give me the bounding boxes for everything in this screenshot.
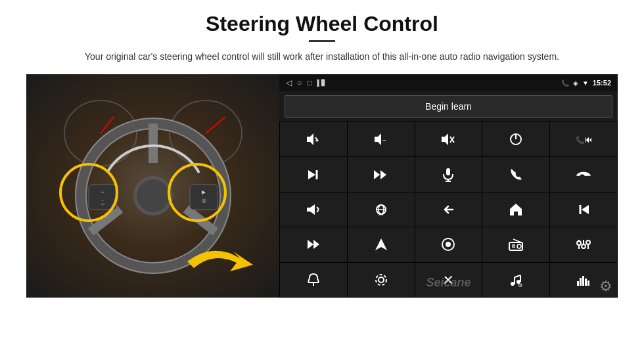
svg-text:−: − (382, 137, 386, 144)
power-button[interactable] (482, 122, 549, 156)
prev-track-button[interactable] (550, 192, 617, 227)
steering-wheel-bg: + - ↩ ▶ ◎ (26, 74, 279, 298)
back-arrow-icon[interactable]: ◁ (286, 78, 292, 87)
title-divider (309, 40, 335, 42)
page-container: Steering Wheel Control Your original car… (0, 0, 644, 360)
svg-marker-49 (375, 238, 387, 250)
equalizer-button[interactable] (550, 227, 617, 261)
svg-point-53 (517, 244, 521, 248)
svg-point-62 (586, 240, 590, 244)
svg-point-60 (582, 244, 586, 248)
svg-marker-22 (375, 133, 381, 145)
svg-text:+: + (315, 137, 319, 144)
mic-button[interactable] (415, 157, 482, 191)
svg-point-68 (376, 275, 386, 285)
enter-button[interactable] (415, 227, 482, 261)
svg-text:⚙: ⚙ (518, 282, 522, 287)
svg-marker-39 (307, 204, 315, 215)
360-cam-button[interactable]: 360° (348, 192, 415, 227)
vol-down-button[interactable]: − (348, 122, 415, 156)
location-icon: ◈ (573, 79, 578, 87)
skip-fwd-button[interactable] (280, 227, 347, 261)
yellow-arrow (181, 235, 273, 288)
svg-rect-76 (580, 278, 582, 286)
svg-rect-36 (446, 168, 450, 175)
page-subtitle: Your original car's steering wheel contr… (85, 50, 559, 64)
button-grid: + − 📞⏮ (279, 122, 618, 298)
bluetooth-button[interactable] (415, 263, 482, 297)
back-button[interactable] (415, 192, 482, 227)
content-row: + - ↩ ▶ ◎ (26, 74, 618, 298)
car-image-area: + - ↩ ▶ ◎ (26, 74, 279, 298)
svg-rect-78 (585, 279, 587, 286)
begin-learn-button[interactable]: Begin learn (285, 95, 612, 118)
call-prev-button[interactable]: 📞⏮ (550, 122, 617, 156)
gear-settings-button[interactable]: ⚙ (599, 278, 612, 295)
svg-text:360°: 360° (378, 212, 384, 216)
status-time: 15:52 (593, 79, 611, 87)
svg-marker-45 (582, 205, 589, 214)
svg-marker-44 (510, 204, 522, 215)
signal-icon: ▌▊ (317, 79, 326, 86)
svg-line-63 (308, 278, 310, 282)
svg-marker-31 (308, 170, 315, 179)
page-title: Steering Wheel Control (206, 12, 438, 36)
android-panel: ◁ ○ □ ▌▊ 📞 ◈ ▼ 15:52 Begin learn (279, 74, 618, 298)
call-button[interactable] (482, 157, 549, 191)
wifi-icon: ▼ (582, 79, 589, 87)
svg-line-2 (206, 117, 225, 133)
next-track-button[interactable] (280, 157, 347, 191)
begin-learn-row: Begin learn (279, 91, 618, 122)
svg-marker-24 (442, 133, 448, 145)
home-button[interactable] (482, 192, 549, 227)
status-bar-left: ◁ ○ □ ▌▊ (286, 78, 326, 87)
svg-marker-34 (380, 170, 386, 179)
home-circle-icon[interactable]: ○ (297, 78, 302, 87)
highlight-circle-right (168, 163, 227, 222)
svg-line-73 (515, 275, 520, 277)
fast-fwd-button[interactable] (348, 157, 415, 191)
recents-square-icon[interactable]: □ (307, 78, 311, 87)
settings2-button[interactable] (348, 263, 415, 297)
horn-button[interactable] (280, 192, 347, 227)
svg-marker-48 (313, 240, 319, 249)
phone-icon: 📞 (561, 79, 569, 87)
highlight-circle-left (59, 163, 118, 222)
mute-button[interactable] (415, 122, 482, 156)
svg-text:📞: 📞 (576, 135, 585, 145)
voice-button[interactable] (280, 263, 347, 297)
svg-point-10 (137, 179, 170, 212)
svg-rect-79 (587, 281, 589, 286)
svg-point-58 (577, 241, 581, 245)
svg-rect-52 (509, 242, 522, 250)
svg-rect-77 (582, 276, 584, 286)
radio-button[interactable] (482, 227, 549, 261)
svg-point-51 (446, 242, 451, 247)
status-bar: ◁ ○ □ ▌▊ 📞 ◈ ▼ 15:52 (279, 74, 618, 91)
svg-text:⏮: ⏮ (584, 134, 591, 145)
svg-marker-33 (374, 170, 380, 179)
svg-rect-75 (577, 281, 579, 286)
vol-up-button[interactable]: + (280, 122, 347, 156)
svg-point-67 (379, 277, 384, 282)
hang-up-button[interactable] (550, 157, 617, 191)
svg-marker-47 (308, 240, 313, 249)
svg-marker-18 (307, 133, 313, 145)
navi-button[interactable] (348, 227, 415, 261)
svg-line-64 (317, 278, 319, 282)
status-bar-right: 📞 ◈ ▼ 15:52 (561, 79, 611, 87)
music-button[interactable]: ⚙ (482, 263, 549, 297)
